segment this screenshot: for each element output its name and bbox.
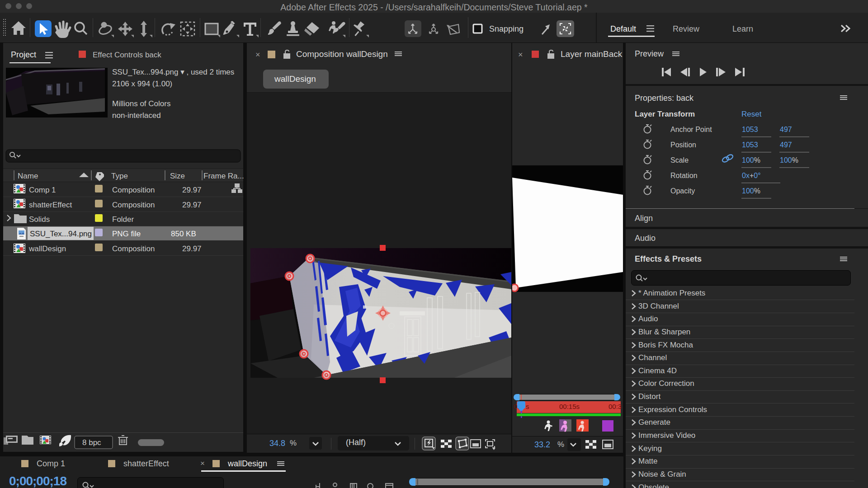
svg-text:8 bpc: 8 bpc	[82, 438, 101, 447]
svg-text:Review: Review	[673, 24, 700, 33]
svg-text:Snapping: Snapping	[489, 24, 524, 33]
svg-text:Learn: Learn	[732, 24, 753, 33]
svg-text:Default: Default	[610, 24, 636, 33]
